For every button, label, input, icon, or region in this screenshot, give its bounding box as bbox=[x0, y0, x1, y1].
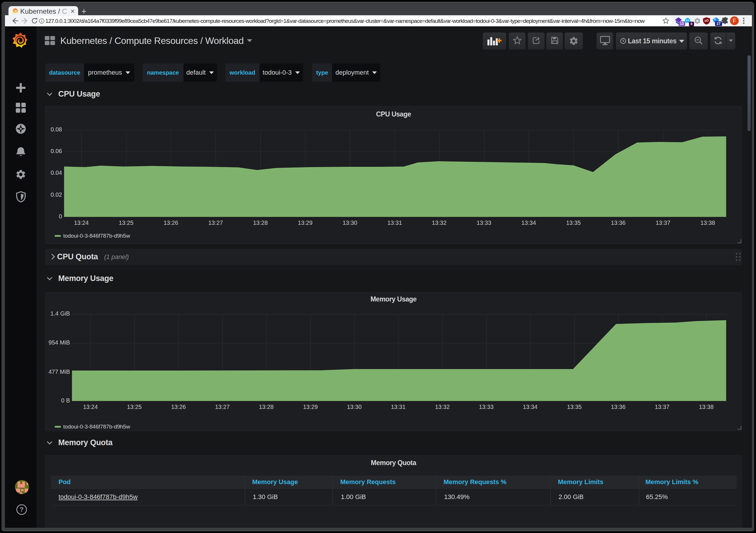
svg-text:uO: uO bbox=[705, 19, 709, 22]
svg-text:?: ? bbox=[20, 506, 23, 513]
